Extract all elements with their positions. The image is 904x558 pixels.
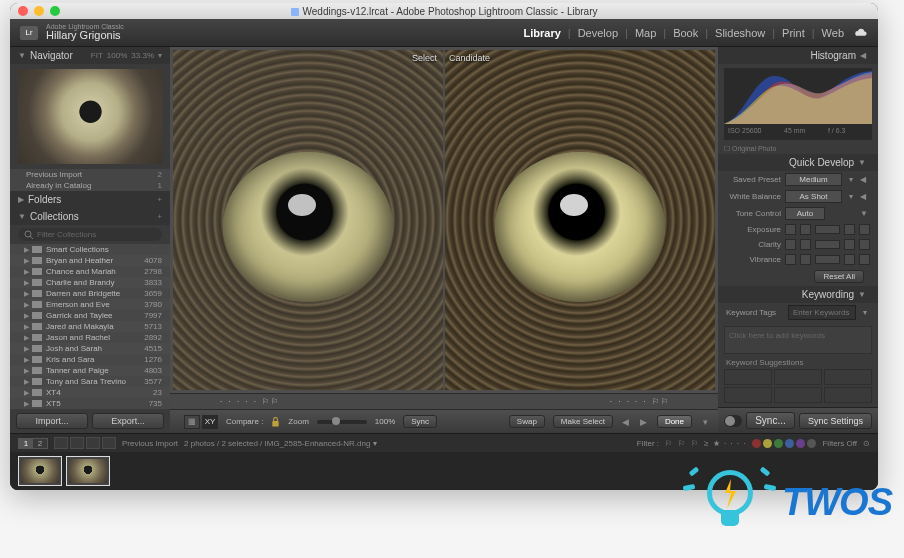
titlebar[interactable]: Weddings-v12.lrcat - Adobe Photoshop Lig…	[10, 3, 878, 19]
star-filter[interactable]: ≥ ★ · · · ·	[704, 439, 746, 448]
collection-row[interactable]: ▶Emerson and Eve3780	[10, 299, 170, 310]
color-yellow[interactable]	[763, 439, 772, 448]
module-slideshow[interactable]: Slideshow	[715, 27, 765, 39]
compare-view-icon[interactable]: XY	[202, 415, 218, 429]
swap-button[interactable]: Swap	[509, 415, 545, 428]
collections-add-icon[interactable]: +	[157, 212, 162, 221]
clarity-step[interactable]	[800, 239, 811, 250]
window-1[interactable]: 1	[19, 439, 33, 448]
navigator-header[interactable]: ▼ Navigator FIT 100% 33.3% ▾	[10, 47, 170, 64]
module-web[interactable]: Web	[822, 27, 844, 39]
zoom-icon[interactable]	[50, 6, 60, 16]
module-map[interactable]: Map	[635, 27, 656, 39]
collection-row[interactable]: ▶Garrick and Taylee7997	[10, 310, 170, 321]
view-icon[interactable]	[102, 437, 116, 449]
flag-filter-icon[interactable]: ⚐	[678, 439, 685, 448]
collection-row[interactable]: ▶Kris and Sara1276	[10, 354, 170, 365]
filmstrip-thumb[interactable]	[66, 456, 110, 486]
collection-row[interactable]: ▶Jared and Makayla5713	[10, 321, 170, 332]
collection-row[interactable]: ▶Charlie and Brandy3833	[10, 277, 170, 288]
sync-settings-button[interactable]: Sync Settings	[799, 413, 872, 429]
folders-header[interactable]: ▶ Folders +	[10, 191, 170, 208]
quick-develop-header[interactable]: Quick Develop ▼	[718, 154, 878, 171]
prev-candidate-icon[interactable]: ◀	[621, 417, 631, 427]
collections-filter-input[interactable]: Filter Collections	[18, 228, 162, 241]
collection-row[interactable]: ▶Chance and Mariah2798	[10, 266, 170, 277]
disclosure-icon[interactable]: ▶	[18, 195, 24, 204]
filter-lock-icon[interactable]: ⊙	[863, 439, 870, 448]
color-purple[interactable]	[796, 439, 805, 448]
grid-view-icon[interactable]: ▦	[184, 415, 200, 429]
zoom-slider[interactable]	[317, 420, 367, 424]
chevron-down-icon[interactable]: ▾	[846, 175, 856, 184]
exposure-minus[interactable]	[800, 224, 811, 235]
color-green[interactable]	[774, 439, 783, 448]
secondary-window-toggle[interactable]: 1 2	[18, 438, 48, 449]
qd-auto-tone-button[interactable]: Auto	[785, 207, 825, 220]
disclosure-icon[interactable]: ▼	[860, 209, 870, 218]
chevron-down-icon[interactable]: ▾	[860, 308, 870, 317]
collection-row[interactable]: ▶Smart Collections	[10, 244, 170, 255]
source-label[interactable]: Previous Import	[122, 439, 178, 448]
disclosure-icon[interactable]: ◀	[860, 175, 870, 184]
exposure-plus-large[interactable]	[859, 224, 870, 235]
collection-row[interactable]: ▶Jason and Rachel2892	[10, 332, 170, 343]
keyword-suggestion-cell[interactable]	[774, 387, 822, 403]
select-flags[interactable]: ⚐ ⚐	[262, 397, 278, 406]
next-candidate-icon[interactable]: ▶	[639, 417, 649, 427]
keyword-suggestion-cell[interactable]	[774, 369, 822, 385]
window-2[interactable]: 2	[33, 439, 47, 448]
candidate-flags[interactable]: ⚐ ⚐	[652, 397, 668, 406]
view-icon[interactable]	[86, 437, 100, 449]
zoom-lock-icon[interactable]	[271, 417, 280, 427]
zoom-sync-button[interactable]: Sync	[403, 415, 437, 428]
original-photo-checkbox[interactable]: ☐ Original Photo	[718, 144, 878, 154]
flag-filter-icon[interactable]: ⚐	[665, 439, 672, 448]
keyword-suggestion-cell[interactable]	[824, 387, 872, 403]
collection-row[interactable]: ▶Tanner and Paige4803	[10, 365, 170, 376]
module-print[interactable]: Print	[782, 27, 805, 39]
flag-filter-icon[interactable]: ⚐	[691, 439, 698, 448]
collections-header[interactable]: ▼ Collections +	[10, 208, 170, 225]
compare-select-cell[interactable]: Select	[173, 50, 443, 390]
nav-100[interactable]: 100%	[107, 51, 127, 60]
toolbar-menu-icon[interactable]: ▾	[700, 417, 710, 427]
make-select-button[interactable]: Make Select	[553, 415, 613, 428]
disclosure-icon[interactable]: ▼	[18, 51, 26, 60]
filmstrip-thumb[interactable]	[18, 456, 62, 486]
view-icon[interactable]	[70, 437, 84, 449]
clarity-step[interactable]	[859, 239, 870, 250]
clarity-step[interactable]	[844, 239, 855, 250]
collection-row[interactable]: ▶Darren and Bridgette3659	[10, 288, 170, 299]
folders-add-icon[interactable]: +	[157, 195, 162, 204]
exposure-plus[interactable]	[844, 224, 855, 235]
select-rating-stars[interactable]: · · · · ·	[220, 397, 258, 406]
keyword-suggestion-cell[interactable]	[724, 387, 772, 403]
sync-button[interactable]: Sync...	[746, 412, 795, 429]
reset-all-button[interactable]: Reset All	[814, 270, 864, 283]
collection-row[interactable]: ▶XT423	[10, 387, 170, 398]
navigator-preview[interactable]	[18, 69, 163, 164]
selection-counts[interactable]: 2 photos / 2 selected / IMG_2585-Enhance…	[184, 439, 377, 448]
export-button[interactable]: Export...	[92, 413, 164, 429]
collection-row[interactable]: ▶Josh and Sarah4515	[10, 343, 170, 354]
vibrance-step[interactable]	[800, 254, 811, 265]
vibrance-step[interactable]	[785, 254, 796, 265]
collection-row[interactable]: ▶XT5735	[10, 398, 170, 409]
done-button[interactable]: Done	[657, 415, 692, 428]
close-icon[interactable]	[18, 6, 28, 16]
color-red[interactable]	[752, 439, 761, 448]
candidate-rating-stars[interactable]: · · · · ·	[610, 397, 648, 406]
nav-fit[interactable]: FIT	[91, 51, 103, 60]
exposure-minus-large[interactable]	[785, 224, 796, 235]
catalog-row-previous-import[interactable]: Previous Import2	[10, 169, 170, 180]
keyword-tags-dropdown[interactable]: Enter Keywords	[788, 305, 856, 320]
auto-sync-toggle[interactable]	[724, 415, 742, 427]
keywording-header[interactable]: Keywording ▼	[718, 286, 878, 303]
nav-zoom-menu-icon[interactable]: ▾	[158, 51, 162, 60]
keyword-suggestion-cell[interactable]	[724, 369, 772, 385]
disclosure-icon[interactable]: ◀	[860, 192, 870, 201]
keyword-suggestion-cell[interactable]	[824, 369, 872, 385]
minimize-icon[interactable]	[34, 6, 44, 16]
nav-zoom-value[interactable]: 33.3%	[131, 51, 154, 60]
